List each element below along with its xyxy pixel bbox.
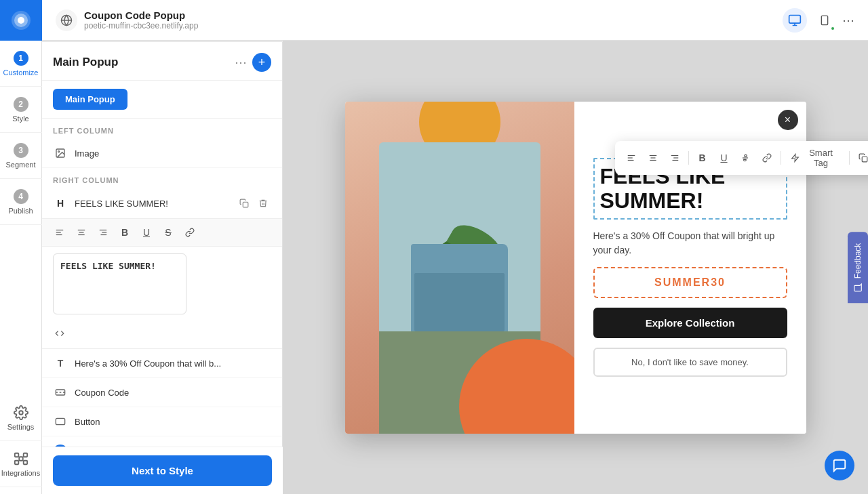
- right-column-label: RIGHT COLUMN: [42, 168, 282, 188]
- left-column-label: LEFT COLUMN: [42, 119, 282, 139]
- close-icon: ×: [785, 114, 791, 126]
- panel-more-icon[interactable]: ⋯: [235, 55, 247, 70]
- svg-rect-8: [23, 460, 26, 464]
- svg-rect-5: [23, 453, 26, 457]
- sidebar-item-settings[interactable]: Settings: [0, 395, 42, 441]
- heading-copy-button[interactable]: [236, 195, 252, 211]
- step-1-number: 1: [14, 51, 28, 66]
- align-center-button[interactable]: [72, 223, 91, 242]
- popup-explore-button[interactable]: Explore Collection: [593, 308, 787, 338]
- panel-tabs: Main Popup: [42, 81, 282, 119]
- chat-widget[interactable]: [825, 451, 854, 480]
- more-options-icon[interactable]: ⋯: [842, 13, 854, 28]
- heading-text-editor[interactable]: [53, 253, 186, 314]
- float-underline-button[interactable]: U: [715, 148, 734, 168]
- step-2-number: 2: [14, 97, 28, 112]
- button-icon: [53, 414, 68, 429]
- heading-element-row[interactable]: H FEELS LIKE SUMMER!: [42, 188, 282, 218]
- heading-toolbar: B U S: [42, 218, 282, 247]
- floating-toolbar: B U Smart Tag: [615, 141, 868, 175]
- feedback-label: Feedback: [853, 243, 863, 279]
- coupon-element-row[interactable]: Coupon Code: [42, 378, 282, 407]
- coupon-icon: [53, 385, 68, 400]
- smart-tag-label: Smart Tag: [802, 148, 840, 168]
- feedback-widget[interactable]: Feedback: [848, 232, 868, 303]
- sidebar-item-publish[interactable]: 4 Publish: [0, 179, 42, 225]
- svg-point-13: [58, 151, 60, 152]
- heading-icon: H: [53, 196, 68, 211]
- bold-button[interactable]: B: [115, 223, 134, 242]
- svg-rect-10: [789, 15, 801, 23]
- float-copy-button[interactable]: [854, 148, 868, 168]
- next-to-style-button[interactable]: Next to Style: [53, 455, 272, 486]
- heading-element-expanded: H FEELS LIKE SUMMER!: [42, 188, 282, 349]
- float-bold-button[interactable]: B: [693, 148, 712, 168]
- svg-rect-14: [243, 202, 248, 207]
- image-element-label: Image: [75, 148, 271, 159]
- float-align-right-button[interactable]: [665, 148, 684, 168]
- smart-tag-button[interactable]: Smart Tag: [785, 145, 845, 171]
- button-element-label: Button: [75, 417, 271, 427]
- page-url: poetic-muffin-cbc3ee.netlify.app: [84, 21, 198, 30]
- sidebar-item-publish-label: Publish: [8, 207, 33, 215]
- align-right-button[interactable]: [94, 223, 113, 242]
- sidebar-item-integrations-label: Integrations: [1, 469, 40, 477]
- code-button[interactable]: [50, 324, 69, 343]
- popup-decline-button[interactable]: No, I don't like to save money.: [593, 348, 787, 377]
- sidebar-item-integrations[interactable]: Integrations: [0, 441, 42, 487]
- step-3-number: 3: [14, 143, 28, 158]
- popup-left-column: [345, 102, 574, 434]
- app-logo[interactable]: [0, 0, 42, 41]
- sidebar-item-customize-label: Customize: [3, 68, 39, 77]
- float-link-button[interactable]: [757, 148, 776, 168]
- image-element-row[interactable]: Image: [42, 139, 282, 168]
- canvas: B U Smart Tag: [283, 41, 868, 494]
- text-element-row[interactable]: T Here's a 30% Off Coupon that will b...: [42, 349, 282, 378]
- link-button[interactable]: [180, 223, 199, 242]
- svg-rect-38: [862, 157, 867, 162]
- popup-close-button[interactable]: ×: [778, 110, 798, 130]
- popup-coupon-code: SUMMER30: [593, 267, 787, 298]
- heading-actions: [236, 195, 271, 211]
- panel: Main Popup ⋯ + Main Popup LEFT COLUMN Im…: [42, 42, 283, 494]
- sidebar-item-segment[interactable]: 3 Segment: [0, 133, 42, 179]
- panel-footer: Next to Style: [42, 447, 283, 494]
- float-strikethrough-button[interactable]: [736, 148, 755, 168]
- panel-header: Main Popup ⋯ +: [42, 42, 282, 81]
- page-title: Coupon Code Popup: [84, 9, 198, 21]
- heading-delete-button[interactable]: [255, 195, 271, 211]
- sidebar-item-style-label: Style: [12, 115, 28, 123]
- underline-button[interactable]: U: [137, 223, 156, 242]
- sidebar-item-segment-label: Segment: [5, 161, 35, 169]
- svg-marker-37: [792, 155, 799, 162]
- button-element-row[interactable]: Button: [42, 407, 282, 436]
- coupon-element-label: Coupon Code: [75, 388, 271, 398]
- sidebar-item-settings-label: Settings: [7, 423, 35, 431]
- svg-rect-7: [14, 460, 18, 464]
- strikethrough-button[interactable]: S: [159, 223, 178, 242]
- sidebar-item-style[interactable]: 2 Style: [0, 87, 42, 133]
- main-popup-tab[interactable]: Main Popup: [53, 89, 127, 110]
- heading-element-label: FEELS LIKE SUMMER!: [75, 199, 229, 209]
- text-element-label: Here's a 30% Off Coupon that will b...: [75, 358, 271, 369]
- topbar: Coupon Code Popup poetic-muffin-cbc3ee.n…: [42, 0, 868, 41]
- globe-icon: [56, 9, 77, 31]
- panel-content: LEFT COLUMN Image RIGHT COLUMN H FEELS L…: [42, 119, 282, 494]
- image-icon: [53, 146, 68, 161]
- float-align-left-button[interactable]: [622, 148, 641, 168]
- desktop-view-button[interactable]: [783, 8, 807, 33]
- text-icon: T: [53, 356, 68, 371]
- sidebar: 1 Customize 2 Style 3 Segment 4 Publish …: [0, 0, 42, 494]
- float-align-center-button[interactable]: [644, 148, 663, 168]
- popup-subtitle: Here's a 30% Off Coupon that will bright…: [593, 229, 787, 258]
- sidebar-item-customize[interactable]: 1 Customize: [0, 41, 42, 87]
- toolbar-divider-3: [849, 151, 850, 165]
- device-switcher: ⋯: [783, 8, 854, 33]
- svg-point-3: [19, 411, 23, 415]
- svg-rect-4: [14, 453, 18, 457]
- topbar-info: Coupon Code Popup poetic-muffin-cbc3ee.n…: [84, 9, 198, 30]
- align-left-button[interactable]: [50, 223, 69, 242]
- panel-title: Main Popup: [53, 56, 229, 69]
- panel-add-button[interactable]: +: [252, 53, 271, 72]
- svg-point-2: [18, 17, 24, 24]
